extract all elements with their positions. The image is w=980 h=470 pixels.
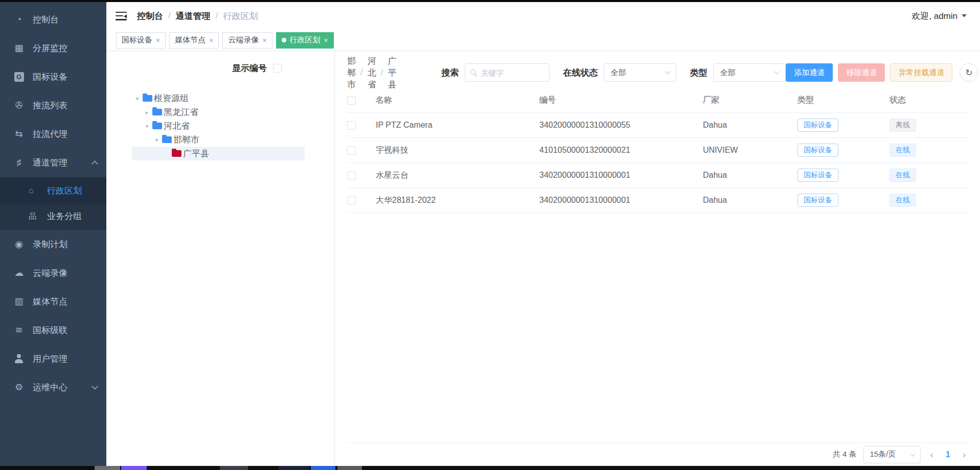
bottom-bar-segment xyxy=(121,466,147,470)
user-menu[interactable]: 欢迎, admin xyxy=(911,10,967,22)
tab-label: 国标设备 xyxy=(122,35,152,45)
content-area: 显示编号 ▾ 根资源组 ▸ 黑龙江省 ▾ xyxy=(106,51,980,466)
tree-collapse-icon[interactable]: ▸ xyxy=(142,109,152,116)
online-status-select[interactable]: 全部 xyxy=(604,63,676,82)
breadcrumb-separator xyxy=(376,67,388,78)
sidebar-item-business-group[interactable]: 业务分组 xyxy=(0,203,106,229)
search-input-box[interactable] xyxy=(465,63,550,82)
type-tag[interactable]: 国标设备 xyxy=(797,169,838,182)
close-icon[interactable]: × xyxy=(156,36,160,44)
close-icon[interactable]: × xyxy=(209,36,213,44)
sidebar-item-label: 国标级联 xyxy=(33,324,67,336)
show-code-toggle: 显示编号 xyxy=(106,62,334,74)
table-row[interactable]: IP PTZ Camera 34020000001310000055 Dahua… xyxy=(347,113,968,138)
select-all-checkbox[interactable] xyxy=(347,96,356,105)
sidebar-item-label: 通道管理 xyxy=(33,157,67,169)
show-code-checkbox[interactable] xyxy=(273,64,282,73)
row-checkbox[interactable] xyxy=(347,171,356,180)
tab-gb-device[interactable]: 国标设备 × xyxy=(116,32,166,49)
tree-node-label: 邯郸市 xyxy=(173,134,199,146)
push-stream-camera-icon xyxy=(12,100,26,111)
close-icon[interactable]: × xyxy=(262,36,266,44)
type-tag[interactable]: 国标设备 xyxy=(797,194,838,207)
prev-page-button[interactable]: ‹ xyxy=(928,449,935,460)
type-tag[interactable]: 国标设备 xyxy=(797,144,838,157)
row-checkbox[interactable] xyxy=(347,121,356,130)
sidebar-item-ops-center[interactable]: 运维中心 xyxy=(0,373,106,402)
column-header-type: 类型 xyxy=(797,95,890,106)
tree-node-label: 根资源组 xyxy=(154,92,189,104)
type-select[interactable]: 全部 xyxy=(713,63,786,82)
sidebar-item-gb-cascade[interactable]: 国标级联 xyxy=(0,316,106,344)
table-row[interactable]: 大华28181-2022 34020000001310000001 Dahua … xyxy=(347,188,968,213)
sidebar-item-label: 业务分组 xyxy=(47,210,82,222)
sidebar-item-user-mgmt[interactable]: 用户管理 xyxy=(0,344,106,373)
chevron-down-icon xyxy=(774,68,780,74)
breadcrumb: 控制台 通道管理 行政区划 xyxy=(137,10,258,22)
tab-admin-region-active[interactable]: 行政区划 × xyxy=(276,32,334,49)
sidebar-item-label: 媒体节点 xyxy=(33,296,67,308)
tab-media-node[interactable]: 媒体节点 × xyxy=(169,32,219,49)
next-page-button[interactable]: › xyxy=(961,449,968,460)
sidebar-item-admin-region[interactable]: 行政区划 xyxy=(0,178,106,203)
tree-expand-icon[interactable]: ▾ xyxy=(132,95,143,102)
cell-name: 大华28181-2022 xyxy=(376,195,539,206)
bottom-bar-segment xyxy=(337,466,362,470)
tab-label: 行政区划 xyxy=(290,35,321,45)
sidebar-collapse-icon[interactable] xyxy=(116,12,127,20)
sidebar-item-label: 分屏监控 xyxy=(33,42,67,54)
location-item: 广平县 xyxy=(388,55,396,90)
current-page-number[interactable]: 1 xyxy=(943,450,953,459)
chevron-down-icon xyxy=(92,383,98,390)
table-row[interactable]: 水星云台 34020000001310000001 Dahua 国标设备 在线 xyxy=(347,163,968,188)
table-header-row: 名称 编号 厂家 类型 状态 xyxy=(347,88,968,113)
breadcrumb-item[interactable]: 通道管理 xyxy=(176,10,211,22)
tree-node-heilongjiang[interactable]: ▸ 黑龙江省 xyxy=(132,105,305,119)
search-input[interactable] xyxy=(481,68,544,77)
sidebar-item-split-monitor[interactable]: 分屏监控 xyxy=(0,34,106,62)
page-size-value: 15条/页 xyxy=(870,450,896,459)
row-checkbox[interactable] xyxy=(347,196,356,205)
cell-code: 34020000001310000001 xyxy=(539,171,703,180)
status-badge-online: 在线 xyxy=(890,194,916,207)
open-tabs-bar: 国标设备 × 媒体节点 × 云端录像 × 行政区划 × xyxy=(106,30,980,51)
folder-icon-red xyxy=(172,150,181,157)
sidebar-item-media-node[interactable]: 媒体节点 xyxy=(0,287,106,316)
status-badge-online: 在线 xyxy=(890,169,916,182)
tree-node-label: 广平县 xyxy=(183,148,209,159)
tab-cloud-record[interactable]: 云端录像 × xyxy=(222,32,272,49)
tree-node-hebei[interactable]: ▾ 河北省 xyxy=(132,119,305,133)
abnormal-mount-button[interactable]: 异常挂载通道 xyxy=(890,63,952,82)
sidebar-item-cloud-record[interactable]: 云端录像 xyxy=(0,258,106,287)
region-building-icon xyxy=(29,186,41,195)
row-checkbox[interactable] xyxy=(347,146,356,155)
type-group: 类型 全部 xyxy=(690,63,786,82)
sidebar-item-pull-proxy[interactable]: 拉流代理 xyxy=(0,120,106,148)
remove-channel-button[interactable]: 移除通道 xyxy=(838,63,885,82)
add-channel-button[interactable]: 添加通道 xyxy=(786,63,833,82)
close-icon[interactable]: × xyxy=(324,36,328,44)
action-buttons: 添加通道 移除通道 异常挂载通道 ↻ xyxy=(786,63,978,82)
chevron-down-icon xyxy=(910,451,916,456)
sidebar-item-push-stream[interactable]: 推流列表 xyxy=(0,91,106,120)
page-size-select[interactable]: 15条/页 xyxy=(863,446,921,463)
table-row[interactable]: 宇视科技 41010500001320000021 UNIVIEW 国标设备 在… xyxy=(347,138,968,163)
sidebar-nav: 控制台 分屏监控 G 国标设备 推流列表 拉流代理 通道管理 行政区划 xyxy=(0,2,106,466)
cell-name: 水星云台 xyxy=(376,170,539,181)
type-tag[interactable]: 国标设备 xyxy=(797,119,838,132)
sidebar-item-console[interactable]: 控制台 xyxy=(0,5,106,34)
tree-node-root[interactable]: ▾ 根资源组 xyxy=(132,91,305,105)
sidebar-item-label: 国标设备 xyxy=(33,71,67,83)
refresh-button[interactable]: ↻ xyxy=(960,63,978,82)
tree-node-handan[interactable]: ▾ 邯郸市 xyxy=(132,133,305,147)
tree-node-guangping-selected[interactable]: 广平县 xyxy=(132,147,305,160)
sidebar-item-gb-device[interactable]: G 国标设备 xyxy=(0,62,106,91)
sidebar-item-label: 运维中心 xyxy=(33,382,67,393)
tree-expand-icon[interactable]: ▾ xyxy=(151,136,162,144)
column-header-status: 状态 xyxy=(890,95,968,106)
breadcrumb-item[interactable]: 控制台 xyxy=(137,10,163,22)
sidebar-item-channel-mgmt[interactable]: 通道管理 xyxy=(0,148,106,177)
sidebar-item-record-plan[interactable]: 录制计划 xyxy=(0,230,106,258)
tree-expand-icon[interactable]: ▾ xyxy=(142,123,152,130)
sidebar-item-label: 拉流代理 xyxy=(33,128,67,140)
